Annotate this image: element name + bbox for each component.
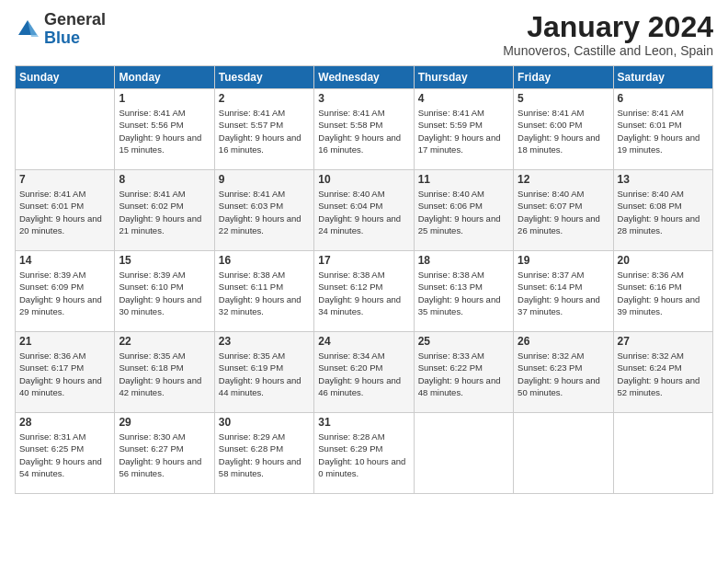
col-wednesday: Wednesday	[314, 66, 414, 89]
day-cell-2-6: 20 Sunrise: 8:36 AM Sunset: 6:16 PM Dayl…	[613, 251, 712, 332]
day-info: Sunrise: 8:33 AM Sunset: 6:22 PM Dayligh…	[418, 350, 509, 398]
day-info: Sunrise: 8:40 AM Sunset: 6:06 PM Dayligh…	[418, 188, 509, 236]
week-row-4: 21 Sunrise: 8:36 AM Sunset: 6:17 PM Dayl…	[16, 332, 713, 413]
calendar-header-row: Sunday Monday Tuesday Wednesday Thursday…	[16, 66, 713, 89]
day-info: Sunrise: 8:40 AM Sunset: 6:07 PM Dayligh…	[518, 188, 609, 236]
day-cell-4-4	[414, 413, 513, 494]
day-info: Sunrise: 8:41 AM Sunset: 6:02 PM Dayligh…	[119, 188, 210, 236]
day-cell-4-2: 30 Sunrise: 8:29 AM Sunset: 6:28 PM Dayl…	[214, 413, 313, 494]
day-number: 24	[318, 335, 409, 348]
day-number: 8	[119, 173, 210, 186]
logo-icon	[15, 17, 40, 42]
day-number: 14	[19, 254, 110, 267]
day-cell-0-2: 2 Sunrise: 8:41 AM Sunset: 5:57 PM Dayli…	[214, 89, 313, 170]
day-info: Sunrise: 8:41 AM Sunset: 6:01 PM Dayligh…	[618, 107, 709, 155]
day-info: Sunrise: 8:35 AM Sunset: 6:18 PM Dayligh…	[119, 350, 210, 398]
day-info: Sunrise: 8:39 AM Sunset: 6:09 PM Dayligh…	[19, 269, 110, 317]
day-number: 9	[219, 173, 310, 186]
day-cell-0-4: 4 Sunrise: 8:41 AM Sunset: 5:59 PM Dayli…	[414, 89, 513, 170]
day-number: 16	[219, 254, 310, 267]
day-number: 30	[219, 416, 310, 429]
day-number: 5	[518, 92, 609, 105]
week-row-3: 14 Sunrise: 8:39 AM Sunset: 6:09 PM Dayl…	[16, 251, 713, 332]
day-number: 15	[119, 254, 210, 267]
day-cell-2-1: 15 Sunrise: 8:39 AM Sunset: 6:10 PM Dayl…	[115, 251, 214, 332]
day-info: Sunrise: 8:39 AM Sunset: 6:10 PM Dayligh…	[119, 269, 210, 317]
col-tuesday: Tuesday	[214, 66, 313, 89]
week-row-5: 28 Sunrise: 8:31 AM Sunset: 6:25 PM Dayl…	[16, 413, 713, 494]
day-number: 27	[618, 335, 709, 348]
location-subtitle: Munoveros, Castille and Leon, Spain	[503, 43, 713, 58]
day-info: Sunrise: 8:41 AM Sunset: 6:03 PM Dayligh…	[219, 188, 310, 236]
day-cell-1-1: 8 Sunrise: 8:41 AM Sunset: 6:02 PM Dayli…	[115, 170, 214, 251]
day-info: Sunrise: 8:36 AM Sunset: 6:17 PM Dayligh…	[19, 350, 110, 398]
day-number: 2	[219, 92, 310, 105]
month-year-title: January 2024	[503, 11, 713, 43]
col-monday: Monday	[115, 66, 214, 89]
day-info: Sunrise: 8:35 AM Sunset: 6:19 PM Dayligh…	[219, 350, 310, 398]
day-cell-0-5: 5 Sunrise: 8:41 AM Sunset: 6:00 PM Dayli…	[514, 89, 613, 170]
day-number: 7	[19, 173, 110, 186]
col-sunday: Sunday	[16, 66, 115, 89]
logo: General Blue	[15, 11, 106, 48]
day-number: 3	[318, 92, 409, 105]
day-number: 12	[518, 173, 609, 186]
day-number: 6	[618, 92, 709, 105]
day-info: Sunrise: 8:41 AM Sunset: 6:01 PM Dayligh…	[19, 188, 110, 236]
col-friday: Friday	[514, 66, 613, 89]
day-cell-1-0: 7 Sunrise: 8:41 AM Sunset: 6:01 PM Dayli…	[16, 170, 115, 251]
day-info: Sunrise: 8:37 AM Sunset: 6:14 PM Dayligh…	[518, 269, 609, 317]
logo-general-label: General	[44, 11, 106, 29]
day-info: Sunrise: 8:38 AM Sunset: 6:12 PM Dayligh…	[318, 269, 409, 317]
day-number: 25	[418, 335, 509, 348]
day-cell-2-0: 14 Sunrise: 8:39 AM Sunset: 6:09 PM Dayl…	[16, 251, 115, 332]
day-cell-4-3: 31 Sunrise: 8:28 AM Sunset: 6:29 PM Dayl…	[314, 413, 414, 494]
col-thursday: Thursday	[414, 66, 513, 89]
day-info: Sunrise: 8:30 AM Sunset: 6:27 PM Dayligh…	[119, 431, 210, 479]
day-number: 1	[119, 92, 210, 105]
day-info: Sunrise: 8:31 AM Sunset: 6:25 PM Dayligh…	[19, 431, 110, 479]
day-info: Sunrise: 8:32 AM Sunset: 6:23 PM Dayligh…	[518, 350, 609, 398]
day-number: 23	[219, 335, 310, 348]
page: General Blue January 2024 Munoveros, Cas…	[0, 0, 728, 563]
day-info: Sunrise: 8:41 AM Sunset: 5:58 PM Dayligh…	[318, 107, 409, 155]
day-number: 17	[318, 254, 409, 267]
day-info: Sunrise: 8:34 AM Sunset: 6:20 PM Dayligh…	[318, 350, 409, 398]
day-cell-2-3: 17 Sunrise: 8:38 AM Sunset: 6:12 PM Dayl…	[314, 251, 414, 332]
day-number: 31	[318, 416, 409, 429]
day-cell-3-3: 24 Sunrise: 8:34 AM Sunset: 6:20 PM Dayl…	[314, 332, 414, 413]
day-cell-3-0: 21 Sunrise: 8:36 AM Sunset: 6:17 PM Dayl…	[16, 332, 115, 413]
logo-blue-label: Blue	[44, 29, 106, 48]
day-number: 4	[418, 92, 509, 105]
day-cell-3-1: 22 Sunrise: 8:35 AM Sunset: 6:18 PM Dayl…	[115, 332, 214, 413]
week-row-1: 1 Sunrise: 8:41 AM Sunset: 5:56 PM Dayli…	[16, 89, 713, 170]
day-info: Sunrise: 8:38 AM Sunset: 6:11 PM Dayligh…	[219, 269, 310, 317]
day-number: 29	[119, 416, 210, 429]
day-cell-1-5: 12 Sunrise: 8:40 AM Sunset: 6:07 PM Dayl…	[514, 170, 613, 251]
day-info: Sunrise: 8:38 AM Sunset: 6:13 PM Dayligh…	[418, 269, 509, 317]
day-info: Sunrise: 8:36 AM Sunset: 6:16 PM Dayligh…	[618, 269, 709, 317]
day-cell-4-5	[514, 413, 613, 494]
day-cell-0-1: 1 Sunrise: 8:41 AM Sunset: 5:56 PM Dayli…	[115, 89, 214, 170]
day-number: 10	[318, 173, 409, 186]
day-cell-4-1: 29 Sunrise: 8:30 AM Sunset: 6:27 PM Dayl…	[115, 413, 214, 494]
day-cell-1-2: 9 Sunrise: 8:41 AM Sunset: 6:03 PM Dayli…	[214, 170, 313, 251]
day-cell-4-0: 28 Sunrise: 8:31 AM Sunset: 6:25 PM Dayl…	[16, 413, 115, 494]
day-info: Sunrise: 8:29 AM Sunset: 6:28 PM Dayligh…	[219, 431, 310, 479]
calendar-table: Sunday Monday Tuesday Wednesday Thursday…	[15, 65, 713, 494]
day-cell-1-4: 11 Sunrise: 8:40 AM Sunset: 6:06 PM Dayl…	[414, 170, 513, 251]
day-cell-1-3: 10 Sunrise: 8:40 AM Sunset: 6:04 PM Dayl…	[314, 170, 414, 251]
day-info: Sunrise: 8:32 AM Sunset: 6:24 PM Dayligh…	[618, 350, 709, 398]
day-cell-3-4: 25 Sunrise: 8:33 AM Sunset: 6:22 PM Dayl…	[414, 332, 513, 413]
day-number: 18	[418, 254, 509, 267]
day-number: 19	[518, 254, 609, 267]
day-number: 20	[618, 254, 709, 267]
day-info: Sunrise: 8:41 AM Sunset: 5:59 PM Dayligh…	[418, 107, 509, 155]
day-cell-3-5: 26 Sunrise: 8:32 AM Sunset: 6:23 PM Dayl…	[514, 332, 613, 413]
day-cell-0-3: 3 Sunrise: 8:41 AM Sunset: 5:58 PM Dayli…	[314, 89, 414, 170]
day-number: 21	[19, 335, 110, 348]
day-info: Sunrise: 8:41 AM Sunset: 5:57 PM Dayligh…	[219, 107, 310, 155]
day-cell-1-6: 13 Sunrise: 8:40 AM Sunset: 6:08 PM Dayl…	[613, 170, 712, 251]
day-cell-2-5: 19 Sunrise: 8:37 AM Sunset: 6:14 PM Dayl…	[514, 251, 613, 332]
day-cell-3-6: 27 Sunrise: 8:32 AM Sunset: 6:24 PM Dayl…	[613, 332, 712, 413]
